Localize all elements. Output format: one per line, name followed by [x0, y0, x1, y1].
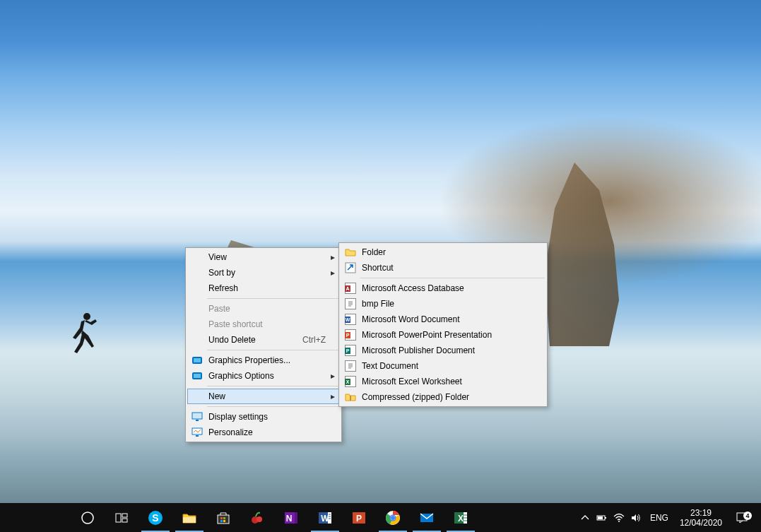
menu-item-sort-by[interactable]: Sort by▸ [187, 265, 340, 280]
svg-rect-56 [605, 517, 606, 519]
menu-item-label: Microsoft Access Database [362, 283, 543, 293]
volume-icon[interactable] [627, 504, 644, 532]
clock[interactable]: 23:19 12/04/2020 [674, 508, 728, 528]
new-item-microsoft-excel-worksheet[interactable]: XMicrosoft Excel Worksheet [341, 374, 545, 389]
svg-rect-5 [192, 413, 202, 419]
blank-icon [190, 334, 204, 345]
new-item-compressed-zipped-folder[interactable]: Compressed (zipped) Folder [341, 389, 545, 405]
menu-item-label: Text Document [362, 361, 543, 371]
menu-item-label: Refresh [208, 283, 329, 293]
shortcut-icon [343, 262, 358, 273]
menu-item-display-settings[interactable]: Display settings [187, 409, 340, 425]
language-indicator[interactable]: ENG [644, 513, 674, 523]
menu-item-label: Microsoft Excel Worksheet [362, 377, 543, 386]
svg-text:N: N [286, 514, 293, 524]
menu-item-label: Paste [208, 304, 329, 314]
taskbar-skype[interactable]: S [138, 503, 172, 532]
show-hidden-icons[interactable] [577, 504, 594, 532]
taskbar-microsoft-store[interactable] [206, 503, 240, 532]
onenote-icon: N [283, 509, 300, 526]
personalize-icon [190, 427, 204, 438]
svg-rect-27 [220, 517, 223, 519]
svg-point-0 [83, 313, 90, 320]
menu-item-refresh[interactable]: Refresh [187, 280, 340, 296]
menu-item-accelerator: Ctrl+Z [302, 335, 329, 345]
blank-icon [190, 283, 204, 294]
wallpaper-runner [67, 311, 102, 367]
submenu-arrow-icon: ▸ [329, 268, 337, 278]
menu-item-graphics-options[interactable]: Graphics Options▸ [187, 368, 340, 384]
wifi-icon[interactable] [610, 504, 627, 532]
menu-item-label: Paste shortcut [208, 319, 329, 329]
menu-item-personalize[interactable]: Personalize [187, 425, 340, 440]
menu-item-label: Microsoft Word Document [362, 314, 543, 324]
new-item-bmp-file[interactable]: bmp File [341, 296, 545, 312]
menu-item-undo-delete[interactable]: Undo DeleteCtrl+Z [187, 332, 340, 348]
clock-date: 12/04/2020 [680, 518, 722, 528]
menu-item-label: Undo Delete [208, 335, 302, 345]
new-item-folder[interactable]: Folder [341, 244, 545, 260]
taskbar-task-view[interactable] [105, 503, 138, 532]
bmp-icon [343, 298, 358, 309]
menu-item-paste: Paste [187, 301, 340, 317]
word-icon: W [317, 509, 334, 526]
taskbar-word[interactable]: W [308, 503, 342, 532]
intel-icon [190, 355, 204, 366]
new-item-microsoft-publisher-document[interactable]: PMicrosoft Publisher Document [341, 343, 545, 358]
blank-icon [190, 303, 204, 314]
mail-icon [418, 509, 435, 526]
folder-icon [343, 247, 358, 258]
menu-item-label: Graphics Options [208, 371, 329, 381]
taskbar: SNWPX ENG 23:19 12/04/2020 4 [0, 503, 761, 532]
svg-rect-38 [328, 512, 331, 524]
skype-icon: S [147, 509, 164, 526]
display-icon [190, 411, 204, 422]
action-center[interactable]: 4 [728, 512, 756, 524]
svg-text:P: P [356, 514, 362, 524]
svg-rect-28 [223, 517, 225, 519]
menu-item-label: Shortcut [362, 263, 543, 273]
battery-icon[interactable] [594, 504, 610, 532]
svg-rect-18 [350, 396, 351, 401]
menu-item-graphics-properties-[interactable]: Graphics Properties... [187, 353, 340, 368]
svg-rect-21 [122, 514, 127, 517]
new-item-microsoft-access-database[interactable]: AMicrosoft Access Database [341, 280, 545, 296]
svg-point-19 [82, 512, 93, 524]
menu-item-new[interactable]: New▸ [187, 389, 340, 404]
taskbar-onenote[interactable]: N [274, 503, 308, 532]
clock-time: 23:19 [690, 508, 712, 518]
excel-icon: X [343, 376, 358, 387]
new-item-text-document[interactable]: Text Document [341, 358, 545, 374]
svg-rect-25 [183, 517, 196, 523]
taskbar-mail[interactable] [410, 503, 444, 532]
new-item-microsoft-word-document[interactable]: WMicrosoft Word Document [341, 312, 545, 327]
file-explorer-icon [181, 509, 198, 526]
new-item-microsoft-powerpoint-presentation[interactable]: PMicrosoft PowerPoint Presentation [341, 327, 545, 343]
svg-point-47 [391, 516, 395, 520]
submenu-arrow-icon: ▸ [329, 252, 337, 262]
svg-rect-20 [116, 514, 121, 522]
taskbar-chrome[interactable] [376, 503, 410, 532]
taskbar-file-explorer[interactable] [172, 503, 206, 532]
taskbar-powerpoint[interactable]: P [342, 503, 376, 532]
svg-rect-30 [223, 520, 225, 522]
menu-item-label: Graphics Properties... [208, 355, 329, 365]
access-icon: A [343, 283, 358, 294]
submenu-arrow-icon: ▸ [329, 371, 337, 381]
new-item-shortcut[interactable]: Shortcut [341, 260, 545, 276]
powerpoint-icon: P [350, 509, 367, 526]
menu-item-label: View [208, 252, 329, 262]
cherry-icon [249, 509, 266, 526]
svg-rect-22 [122, 519, 127, 522]
blank-icon [190, 391, 204, 402]
menu-item-view[interactable]: View▸ [187, 249, 340, 265]
menu-item-label: Microsoft PowerPoint Presentation [362, 330, 543, 340]
taskbar-cherry[interactable] [240, 503, 274, 532]
system-tray: ENG 23:19 12/04/2020 4 [577, 503, 761, 532]
notification-badge: 4 [743, 512, 752, 520]
svg-rect-35 [295, 512, 297, 524]
blank-icon [190, 319, 204, 330]
excel-icon: X [452, 509, 469, 526]
taskbar-excel[interactable]: X [444, 503, 478, 532]
taskbar-cortana[interactable] [71, 503, 105, 532]
